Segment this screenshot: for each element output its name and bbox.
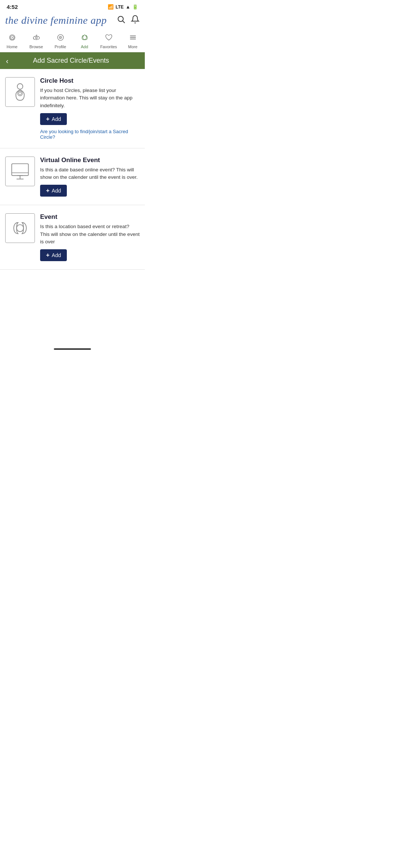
tab-add[interactable]: Add <box>72 30 97 52</box>
virtual-event-desc: Is this a date based online event? This … <box>40 166 140 181</box>
status-bar: 4:52 📶 LTE ▲ 🔋 <box>0 0 145 12</box>
app-title: the divine feminine app <box>5 14 107 26</box>
svg-point-7 <box>60 37 61 38</box>
profile-icon <box>56 33 65 43</box>
notification-icon[interactable] <box>131 15 140 26</box>
tab-favorites[interactable]: Favorites <box>97 30 121 52</box>
svg-point-2 <box>12 37 12 38</box>
tab-more[interactable]: More <box>121 30 145 52</box>
signal-icon: ▲ <box>125 4 130 10</box>
circle-host-body: Circle Host If you host Circles, please … <box>40 77 140 140</box>
add-plus-icon: + <box>46 116 49 122</box>
event-add-button[interactable]: + Add <box>40 249 67 261</box>
profile-label: Profile <box>55 45 66 49</box>
circle-host-add-button[interactable]: + Add <box>40 113 67 125</box>
event-section: Event Is this a location based event or … <box>0 205 145 270</box>
circle-host-icon <box>5 77 35 107</box>
status-icons: 📶 LTE ▲ 🔋 <box>108 4 138 10</box>
bluetooth-icon: 📶 <box>108 4 114 10</box>
status-time: 4:52 <box>7 4 18 10</box>
svg-rect-12 <box>12 164 29 175</box>
header-icons <box>117 15 140 26</box>
nav-tabs: Home Browse Profile <box>0 30 145 52</box>
circle-host-add-label: Add <box>52 116 61 122</box>
svg-point-0 <box>118 16 123 22</box>
page-title: Add Sacred Circle/Events <box>12 57 139 65</box>
home-icon <box>8 33 17 43</box>
add-plus-icon-2: + <box>46 188 49 194</box>
svg-point-11 <box>17 84 23 89</box>
lte-label: LTE <box>115 4 124 10</box>
event-add-label: Add <box>52 252 61 258</box>
home-indicator <box>0 344 145 353</box>
event-icon <box>5 213 35 243</box>
virtual-event-title: Virtual Online Event <box>40 157 140 164</box>
tab-home[interactable]: Home <box>0 30 24 52</box>
virtual-event-add-label: Add <box>52 188 61 194</box>
favorites-icon <box>104 33 113 43</box>
app-header: the divine feminine app <box>0 12 145 30</box>
favorites-label: Favorites <box>100 45 117 49</box>
event-body: Event Is this a location based event or … <box>40 213 140 261</box>
circle-host-desc: If you host Circles, please list your in… <box>40 87 140 109</box>
svg-line-1 <box>123 21 125 23</box>
browse-icon <box>32 33 41 43</box>
back-button[interactable]: ‹ <box>6 57 9 65</box>
circle-host-title: Circle Host <box>40 77 140 85</box>
browse-label: Browse <box>29 45 43 49</box>
virtual-event-icon <box>5 157 35 186</box>
more-label: More <box>128 45 137 49</box>
add-plus-icon-3: + <box>46 252 49 258</box>
svg-point-3 <box>33 36 39 40</box>
add-icon <box>80 33 89 43</box>
page-header: ‹ Add Sacred Circle/Events <box>0 52 145 69</box>
tab-profile[interactable]: Profile <box>48 30 72 52</box>
event-desc: Is this a location based event or retrea… <box>40 223 140 246</box>
event-title: Event <box>40 213 140 221</box>
virtual-event-body: Virtual Online Event Is this a date base… <box>40 157 140 197</box>
svg-point-17 <box>17 225 24 232</box>
home-label: Home <box>7 45 17 49</box>
more-icon <box>128 33 137 43</box>
find-circle-link[interactable]: Are you looking to find/join/start a Sac… <box>40 129 140 140</box>
add-label: Add <box>81 45 88 49</box>
svg-point-4 <box>35 37 37 39</box>
tab-browse[interactable]: Browse <box>24 30 48 52</box>
search-icon[interactable] <box>117 15 125 26</box>
circle-host-section: Circle Host If you host Circles, please … <box>0 69 145 148</box>
virtual-event-section: Virtual Online Event Is this a date base… <box>0 148 145 206</box>
home-indicator-bar <box>54 348 91 350</box>
battery-icon: 🔋 <box>132 4 138 10</box>
virtual-event-add-button[interactable]: + Add <box>40 185 67 197</box>
